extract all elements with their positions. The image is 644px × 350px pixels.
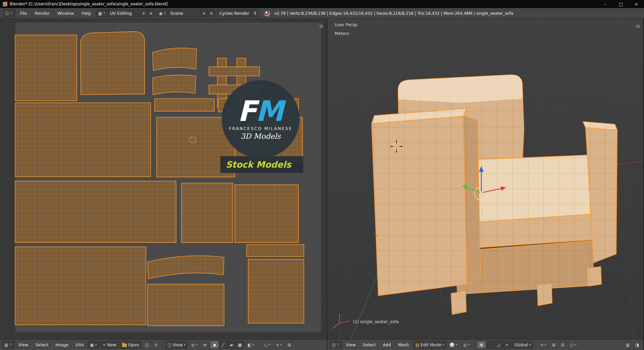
uv-island[interactable] (15, 181, 176, 243)
orientation-dropdown[interactable]: Global ▾ (512, 341, 533, 349)
dropdown-icon: ▾ (253, 343, 254, 346)
mode-dropdown[interactable]: ▧ Edit Mode ▾ (413, 341, 446, 349)
uv-island[interactable] (153, 75, 196, 95)
uv-island[interactable] (155, 99, 214, 111)
dropdown-icon: ▾ (196, 343, 198, 346)
viewport-editor-type-button[interactable]: ◳ ↕ (329, 341, 342, 349)
viewport-canvas[interactable] (327, 19, 643, 339)
uv-menu-view[interactable]: View (15, 340, 32, 350)
header-separator (535, 342, 536, 348)
sofa-left-arm-outer[interactable] (372, 116, 467, 296)
snap-grid-icon: ⊞ (287, 343, 291, 347)
vp-menu-mesh[interactable]: Mesh (395, 340, 412, 350)
dropdown-icon: ▾ (456, 343, 458, 346)
snap-element-button[interactable]: ⊞ (550, 341, 558, 349)
image-pin-button[interactable]: ⊙ (152, 341, 160, 349)
display-view-dropdown[interactable]: ▢ View ▾ (165, 341, 188, 349)
uv-canvas[interactable] (0, 19, 327, 339)
updown-icon: ↕ (163, 12, 166, 15)
uv-island[interactable] (235, 185, 299, 243)
manipulator-translate-button[interactable]: ⊕ (477, 341, 486, 348)
uv-island[interactable] (153, 48, 197, 71)
menu-render[interactable]: Render (32, 8, 53, 18)
uv-island[interactable] (209, 67, 260, 76)
layout-icon: ▦ (98, 11, 102, 15)
uv-select-edge-button[interactable]: ╱ (219, 341, 227, 348)
sofa-foot-right[interactable] (587, 267, 601, 286)
uv-panel-toggle[interactable]: ⊞ (319, 24, 323, 29)
uv-island[interactable] (15, 103, 151, 177)
scene-icon: ◉ (159, 11, 162, 15)
uv-menu-select[interactable]: Select (33, 340, 52, 350)
menu-help[interactable]: Help (78, 8, 94, 18)
proportional-edit-dropdown[interactable]: ○ ▾ (262, 341, 273, 349)
scene-delete-button[interactable]: × (208, 10, 215, 17)
pivot-dropdown[interactable]: ◎ ▾ (189, 341, 200, 349)
uv-island[interactable] (15, 35, 77, 101)
screen-layout-selector[interactable]: ▦ ↕ UV Editing + × (96, 9, 155, 17)
snap-dropdown[interactable]: ∩ ▾ (274, 341, 284, 349)
viewport-shading-dropdown[interactable]: ▾ (447, 341, 460, 349)
uv-island[interactable] (181, 183, 233, 243)
snap-dropdown[interactable]: ∩ ▾ (538, 341, 548, 349)
sofa-foot-middle[interactable] (537, 283, 552, 306)
editor-type-info-button[interactable]: ⓘ ↕ (3, 9, 15, 17)
minimize-button[interactable]: – (598, 0, 613, 8)
close-button[interactable]: × (629, 0, 644, 8)
image-external-button[interactable]: ◫ (143, 341, 151, 349)
layers-button[interactable]: ⊟ (559, 341, 567, 349)
sofa-foot-left[interactable] (451, 291, 466, 314)
scene-selector[interactable]: ◉ ↕ Scene + × (157, 9, 215, 17)
sync-icon: ⇄ (203, 343, 207, 347)
image-icon: ▣ (90, 343, 94, 347)
snap-element-button[interactable]: ⊞ (285, 341, 293, 349)
render-border-icon: ◨ (635, 343, 639, 347)
external-icon: ◫ (145, 343, 149, 347)
render-preview-button[interactable]: ▥ (623, 341, 632, 349)
updown-icon: ↕ (9, 343, 12, 346)
info-icon: ⓘ (5, 11, 9, 15)
uv-island[interactable] (15, 247, 146, 325)
uv-island[interactable] (247, 245, 304, 257)
uv-island[interactable] (80, 32, 145, 95)
image-browse-button[interactable]: ▣ ▾ (88, 341, 99, 349)
viewport-panel-toggle[interactable]: ⊞ (636, 24, 640, 29)
uv-editor-type-button[interactable]: ▤ ↕ (2, 341, 14, 349)
layout-delete-button[interactable]: × (147, 10, 155, 17)
proportional-edit-dropdown[interactable]: ○ ▾ (568, 341, 579, 349)
maximize-button[interactable]: □ (613, 0, 629, 8)
menu-window[interactable]: Window (54, 8, 77, 18)
manipulator-rotate-button[interactable] (486, 341, 494, 348)
uv-sync-selection-toggle[interactable]: ⇄ (201, 341, 209, 349)
uv-select-face-button[interactable]: ▰ (227, 341, 235, 348)
uv-island[interactable] (148, 284, 224, 326)
uv-island[interactable] (248, 259, 304, 323)
scene-add-button[interactable]: + (200, 10, 208, 17)
layout-browse-segment[interactable]: ▦ ↕ (96, 10, 108, 17)
menu-file[interactable]: File (17, 8, 30, 18)
sticky-select-dropdown[interactable]: ◧ ▾ (245, 341, 257, 349)
image-open-button[interactable]: Open (120, 341, 142, 349)
uv-menu-image[interactable]: Image (52, 340, 71, 350)
image-new-button[interactable]: + New (100, 341, 118, 349)
layout-name: UV Editing (108, 10, 140, 17)
cube-icon: ▧ (415, 343, 419, 347)
manipulator-scale-button[interactable]: ◿ (494, 341, 502, 348)
uv-menu-uvs[interactable]: UVs (72, 340, 87, 350)
pivot-center-dropdown[interactable]: ◎ ▾ (461, 341, 472, 349)
manipulator-axis-button[interactable]: ⌖ (502, 341, 511, 348)
view3d-editor-icon: ◳ (332, 343, 335, 347)
proportional-icon: ○ (264, 343, 267, 347)
vp-menu-select[interactable]: Select (360, 340, 379, 350)
render-border-button[interactable]: ◨ (633, 341, 641, 349)
vp-menu-view[interactable]: View (343, 340, 359, 350)
dropdown-icon: ▾ (443, 343, 444, 346)
layout-add-button[interactable]: + (140, 10, 147, 17)
scene-browse-segment[interactable]: ◉ ↕ (157, 10, 168, 17)
uv-select-vertex-button[interactable]: ▪ (210, 341, 219, 348)
dropdown-icon: ▾ (545, 343, 546, 346)
render-engine-selector[interactable]: Cycles Render ↕ (217, 9, 259, 17)
uv-select-island-button[interactable]: ▩ (235, 341, 244, 348)
sofa-seat-top[interactable] (468, 155, 598, 222)
vp-menu-add[interactable]: Add (380, 340, 394, 350)
